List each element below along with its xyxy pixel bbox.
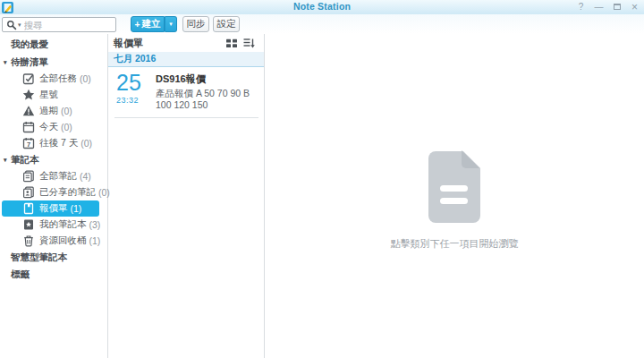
- sidebar-item-today[interactable]: 今天 (0): [0, 119, 107, 135]
- sync-button[interactable]: 同步: [182, 16, 209, 32]
- empty-state: 點擊類別下任一項目開始瀏覽: [265, 150, 644, 251]
- sidebar-item-starred[interactable]: 星號: [0, 87, 107, 103]
- search-scope-caret-icon[interactable]: ▾: [18, 21, 21, 29]
- toolbar: ▾ + 建立 ▾ 同步 設定: [0, 14, 644, 34]
- note-date: 25 23:32: [108, 71, 156, 111]
- task-icon: [22, 72, 35, 85]
- shared-notes-icon: [22, 186, 35, 199]
- note-day: 25: [116, 71, 156, 95]
- note-list-header: 報價單: [108, 34, 264, 52]
- overdue-icon: [22, 105, 35, 117]
- note-list-item[interactable]: 25 23:32 DS916報價 產品報價 A 50 70 90 B 100 1…: [108, 67, 264, 116]
- document-placeholder-icon: [427, 150, 482, 227]
- today-icon: [22, 121, 35, 133]
- preview-panel: 點擊類別下任一項目開始瀏覽: [265, 34, 644, 358]
- sidebar-section-tags[interactable]: 標籤: [0, 266, 107, 283]
- sidebar-item-overdue[interactable]: 過期 (0): [0, 103, 107, 119]
- titlebar: Note Station ? — ×: [0, 0, 644, 14]
- sidebar-section-todo[interactable]: ▾ 待辦清單: [0, 54, 107, 71]
- sidebar: 我的最愛 ▾ 待辦清單 全部任務 (0) 星號: [0, 34, 108, 358]
- sidebar-section-smart-notebook[interactable]: 智慧型筆記本: [0, 249, 107, 266]
- trash-icon: [22, 234, 35, 247]
- note-group-header: 七月 2016: [108, 52, 264, 67]
- notebook-icon: [22, 202, 35, 215]
- create-button[interactable]: + 建立: [131, 16, 165, 32]
- settings-button[interactable]: 設定: [213, 16, 240, 32]
- chevron-down-icon: ▾: [169, 21, 173, 28]
- create-dropdown-button[interactable]: ▾: [165, 16, 177, 32]
- sidebar-section-favorites[interactable]: 我的最愛: [0, 36, 107, 54]
- sidebar-item-all-notes[interactable]: 全部筆記 (4): [0, 168, 107, 184]
- search-box[interactable]: ▾: [2, 17, 116, 32]
- sidebar-item-shared-notes[interactable]: 已分享的筆記 (0): [0, 184, 107, 200]
- sidebar-item-next7days[interactable]: 7 往後 7 天 (0): [0, 135, 107, 151]
- plus-icon: +: [134, 19, 140, 30]
- sidebar-section-notebooks[interactable]: ▾ 筆記本: [0, 151, 107, 168]
- note-station-window: Note Station ? — × ▾ + 建立 ▾ 同步 設: [0, 0, 644, 358]
- empty-state-message: 點擊類別下任一項目開始瀏覽: [265, 237, 644, 251]
- sort-descending-icon[interactable]: [243, 38, 255, 48]
- star-icon: [22, 89, 35, 101]
- note-time: 23:32: [116, 96, 156, 105]
- grid-view-icon[interactable]: [226, 38, 237, 48]
- search-icon: [6, 20, 17, 30]
- note-title: DS916報價: [156, 72, 260, 86]
- sidebar-item-all-tasks[interactable]: 全部任務 (0): [0, 71, 107, 87]
- note-snippet: 產品報價 A 50 70 90 B 100 120 150: [156, 88, 260, 111]
- help-icon[interactable]: ?: [576, 3, 586, 12]
- note-separator: [114, 117, 258, 118]
- minimize-icon[interactable]: —: [594, 3, 604, 12]
- note-list-panel: 報價單 七月 2016 25 23:32 DS916報價: [108, 34, 265, 358]
- window-controls: ? — ×: [576, 0, 640, 14]
- chevron-down-icon: ▾: [4, 59, 7, 66]
- note-list-title: 報價單: [114, 37, 226, 50]
- app-title: Note Station: [0, 1, 644, 12]
- sidebar-item-recycle-bin[interactable]: 資源回收桶 (1): [0, 233, 107, 249]
- svg-text:7: 7: [27, 141, 30, 149]
- my-notebook-icon: [22, 218, 35, 231]
- content-area: 我的最愛 ▾ 待辦清單 全部任務 (0) 星號: [0, 34, 644, 358]
- next7days-icon: 7: [22, 137, 35, 149]
- sidebar-item-quotation[interactable]: 報價單 (1): [2, 200, 99, 217]
- sidebar-item-my-notebook[interactable]: 我的筆記本 (3): [0, 217, 107, 233]
- chevron-down-icon: ▾: [4, 157, 7, 164]
- search-input[interactable]: [24, 20, 112, 30]
- close-icon[interactable]: ×: [630, 3, 640, 12]
- all-notes-icon: [22, 170, 35, 183]
- maximize-icon[interactable]: [612, 3, 622, 12]
